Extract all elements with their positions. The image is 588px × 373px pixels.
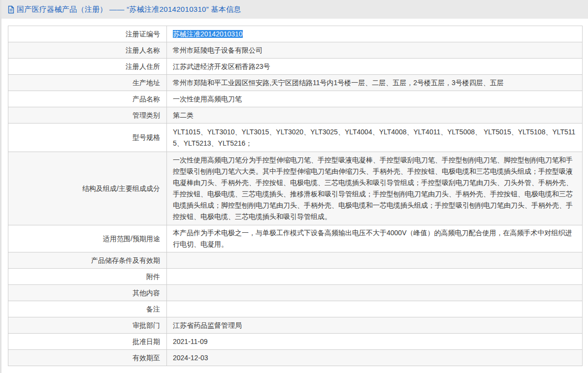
row-value: 江苏武进经济开发区稻香路23号 — [167, 59, 583, 75]
table-row: 批准日期2021-11-09 — [8, 334, 583, 350]
row-label: 附件 — [8, 269, 167, 285]
row-label: 产品储存条件及有效期 — [8, 252, 167, 269]
table-row: 附件 — [8, 269, 583, 285]
row-label: 产品名称 — [8, 91, 167, 107]
row-value: 一次性使用高频电刀笔 — [167, 91, 583, 107]
row-value: 2024-12-03 — [167, 350, 583, 366]
page-header: 国产医疗器械产品（注册） —— “苏械注准20142010310” 基本信息 — [0, 0, 588, 19]
row-value: YLT1015、YLT3010、YLT3015、YLT3020、YLT3025、… — [167, 124, 583, 152]
page-title: 国产医疗器械产品（注册） —— “苏械注准20142010310” 基本信息 — [17, 5, 241, 14]
row-label: 注册人名称 — [8, 42, 167, 59]
row-label: 管理类别 — [8, 107, 167, 124]
row-label: 备注 — [8, 301, 167, 317]
row-value: 2021-11-09 — [167, 334, 583, 350]
row-label: 适用范围/预期用途 — [8, 225, 167, 252]
row-value: 常州市延陵电子设备有限公司 — [167, 42, 583, 59]
document-icon — [7, 5, 15, 14]
row-value: 第二类 — [167, 107, 583, 124]
row-label: 审批部门 — [8, 317, 167, 334]
page-left-edge — [0, 0, 1, 373]
row-label: 生产地址 — [8, 75, 167, 91]
row-value: 一次性使用高频电刀笔分为手控型伸缩电刀笔、手控型吸液电凝棒、手控型吸刮电刀笔、手… — [167, 152, 583, 225]
row-value: 苏械注准20142010310 — [167, 26, 583, 42]
registration-number-highlight: 苏械注准20142010310 — [173, 30, 243, 38]
table-row: 产品储存条件及有效期 — [8, 252, 583, 269]
row-label: 型号规格 — [8, 124, 167, 152]
row-value: 常州市郑陆和平工业园区恒安路,天宁区团结路11号内1号楼一层、二层、五层，2号楼… — [167, 75, 583, 91]
row-label: 有效期至 — [8, 350, 167, 366]
table-row: 结构及组成/主要组成成分一次性使用高频电刀笔分为手控型伸缩电刀笔、手控型吸液电凝… — [8, 152, 583, 225]
table-row: 管理类别第二类 — [8, 107, 583, 124]
row-label: 注册证编号 — [8, 26, 167, 42]
row-value — [167, 252, 583, 269]
table-row: 其他内容 — [8, 285, 583, 301]
registration-info-table: 注册证编号苏械注准20142010310注册人名称常州市延陵电子设备有限公司注册… — [8, 26, 583, 366]
table-row: 有效期至2024-12-03 — [8, 350, 583, 366]
table-row: 注册人住所江苏武进经济开发区稻香路23号 — [8, 59, 583, 75]
row-label: 注册人住所 — [8, 59, 167, 75]
row-label: 批准日期 — [8, 334, 167, 350]
row-label: 结构及组成/主要组成成分 — [8, 152, 167, 225]
row-value — [167, 301, 583, 317]
table-row: 适用范围/预期用途本产品作为手术电极之一，与单极工作模式下设备高频输出电压不大于… — [8, 225, 583, 252]
row-value: 江苏省药品监督管理局 — [167, 317, 583, 334]
row-value — [167, 285, 583, 301]
row-value: 本产品作为手术电极之一，与单极工作模式下设备高频输出电压不大于4000V（峰值）… — [167, 225, 583, 252]
table-row: 审批部门江苏省药品监督管理局 — [8, 317, 583, 334]
table-row: 产品名称一次性使用高频电刀笔 — [8, 91, 583, 107]
row-value — [167, 269, 583, 285]
table-row: 注册证编号苏械注准20142010310 — [8, 26, 583, 42]
table-row: 注册人名称常州市延陵电子设备有限公司 — [8, 42, 583, 59]
row-label: 其他内容 — [8, 285, 167, 301]
table-row: 生产地址常州市郑陆和平工业园区恒安路,天宁区团结路11号内1号楼一层、二层、五层… — [8, 75, 583, 91]
table-row: 型号规格YLT1015、YLT3010、YLT3015、YLT3020、YLT3… — [8, 124, 583, 152]
table-row: 备注 — [8, 301, 583, 317]
